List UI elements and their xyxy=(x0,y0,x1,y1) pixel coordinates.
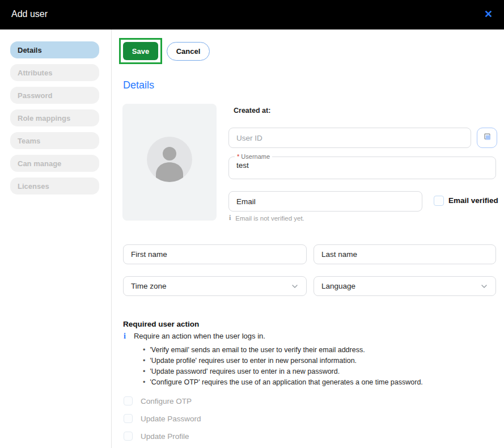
save-button-highlight: Save xyxy=(119,38,162,64)
email-note-text: Email is not verified yet. xyxy=(235,215,304,222)
sidebar-item-details[interactable]: Details xyxy=(10,41,99,58)
sidebar-item-role-mappings[interactable]: Role mappings xyxy=(10,109,99,126)
bullet-item: 'Configure OTP' requires the use of an a… xyxy=(143,377,423,388)
username-field: * Username xyxy=(228,154,496,179)
user-id-input[interactable] xyxy=(228,128,471,148)
username-input[interactable] xyxy=(236,161,486,170)
sidebar-item-password[interactable]: Password xyxy=(10,87,99,104)
avatar xyxy=(122,104,217,221)
sidebar-item-label: Attributes xyxy=(18,69,52,77)
sidebar-item-label: Details xyxy=(18,46,42,54)
email-verified-checkbox[interactable] xyxy=(434,196,444,206)
email-input[interactable] xyxy=(228,191,422,212)
sidebar-item-can-manage[interactable]: Can manage xyxy=(10,155,99,172)
update-password-checkbox[interactable] xyxy=(124,414,133,423)
time-zone-select[interactable]: Time zone xyxy=(123,276,307,296)
update-profile-label: Update Profile xyxy=(141,432,189,441)
required-action-bullet-list: 'Verify email' sends an email to the use… xyxy=(143,345,423,388)
avatar-placeholder-circle xyxy=(147,137,192,182)
configure-otp-checkbox[interactable] xyxy=(124,396,133,405)
configure-otp-row: Configure OTP xyxy=(124,396,192,405)
last-name-input[interactable] xyxy=(314,244,496,264)
bullet-item: 'Update password' requires user to enter… xyxy=(143,366,423,377)
save-button[interactable]: Save xyxy=(123,42,158,60)
configure-otp-label: Configure OTP xyxy=(141,397,192,405)
email-verified-label: Email verified xyxy=(448,196,498,205)
person-icon xyxy=(147,137,192,182)
first-name-input[interactable] xyxy=(123,244,307,264)
sidebar-item-label: Can manage xyxy=(18,159,61,168)
required-action-intro: i Require an action when the user logs i… xyxy=(124,332,265,341)
sidebar-item-attributes[interactable]: Attributes xyxy=(10,64,99,81)
dialog-header: Add user ✕ xyxy=(0,0,504,29)
section-title: Details xyxy=(123,79,154,91)
chevron-down-icon xyxy=(290,282,299,291)
bullet-item: 'Verify email' sends an email to the use… xyxy=(143,345,423,356)
copy-icon xyxy=(482,132,492,144)
sidebar-item-label: Password xyxy=(18,91,52,100)
sidebar-item-label: Licenses xyxy=(18,182,49,191)
required-action-intro-text: Require an action when the user logs in. xyxy=(134,332,265,341)
info-icon: i xyxy=(124,332,126,341)
close-icon[interactable]: ✕ xyxy=(484,7,493,21)
language-value: Language xyxy=(321,282,355,290)
cancel-button[interactable]: Cancel xyxy=(167,42,210,61)
time-zone-value: Time zone xyxy=(131,282,167,290)
add-user-dialog: Add user ✕ Details Attributes Password R… xyxy=(0,0,504,448)
sidebar-item-licenses[interactable]: Licenses xyxy=(10,177,99,195)
required-marker: * xyxy=(237,153,239,160)
dialog-title: Add user xyxy=(11,9,48,19)
sidebar-item-label: Role mappings xyxy=(18,114,70,122)
update-profile-row: Update Profile xyxy=(124,432,189,441)
update-profile-checkbox[interactable] xyxy=(124,432,133,441)
required-user-action-title: Required user action xyxy=(123,320,199,328)
email-note: i Email is not verified yet. xyxy=(229,214,304,222)
username-label: * Username xyxy=(235,154,272,160)
chevron-down-icon xyxy=(480,282,489,291)
created-at-label: Created at: xyxy=(234,107,270,115)
dialog-sidebar: Details Attributes Password Role mapping… xyxy=(0,29,112,448)
bullet-item: 'Update profile' requires user to enter … xyxy=(143,356,423,366)
copy-user-id-button[interactable] xyxy=(477,128,497,148)
sidebar-item-label: Teams xyxy=(18,137,40,145)
language-select[interactable]: Language xyxy=(314,276,496,296)
sidebar-item-teams[interactable]: Teams xyxy=(10,132,99,149)
update-password-row: Update Password xyxy=(124,414,201,423)
update-password-label: Update Password xyxy=(141,415,201,423)
info-icon: i xyxy=(229,214,231,222)
